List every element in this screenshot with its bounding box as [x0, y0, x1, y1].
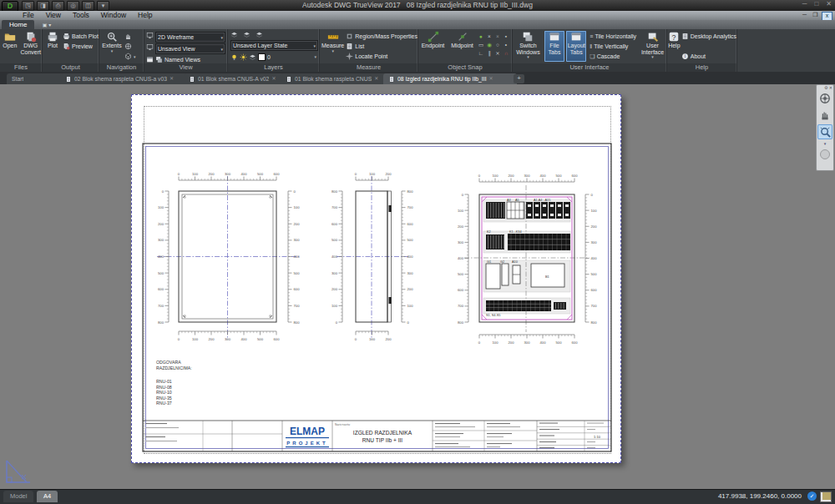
svg-text:0: 0 [478, 174, 481, 178]
view-state-dropdown[interactable]: Unsaved View▾ [155, 43, 225, 54]
list-button[interactable]: List [346, 42, 418, 51]
steering-wheel-button[interactable] [124, 42, 136, 51]
file-tab[interactable]: 01 Blok shema CNUS-A v02✕ [184, 73, 288, 84]
svg-text:0: 0 [478, 340, 481, 345]
tab-close-icon[interactable]: ✕ [170, 73, 174, 84]
svg-text:RAZDJELNICIMA:: RAZDJELNICIMA: [156, 365, 192, 370]
layer-tool-icon-3[interactable] [256, 31, 263, 38]
zoom-extents-nav-button[interactable] [817, 124, 832, 139]
user-interface-button[interactable]: User Interface▾ [640, 31, 665, 58]
current-layer-name[interactable]: 0 [267, 54, 271, 60]
svg-text:300: 300 [524, 340, 531, 345]
layer-dropdown-caret-icon[interactable]: ▾ [314, 54, 316, 59]
about-button[interactable]: About [681, 52, 736, 61]
preview-button[interactable]: Preview [63, 42, 99, 51]
svg-text:100: 100 [331, 304, 338, 308]
layer-state-dropdown[interactable]: Unsaved Layer State▾ [230, 40, 318, 51]
tile-vertically-button[interactable]: ‖Tile Vertically [590, 42, 636, 51]
doc-minimize-button[interactable]: ─ [800, 12, 809, 19]
desktop-analytics-button[interactable]: Desktop Analytics [681, 32, 736, 41]
osnap-apparent-intersection-icon[interactable]: × [493, 33, 502, 41]
steering-wheel-nav-button[interactable] [817, 91, 832, 106]
document-icon [286, 75, 292, 83]
menu-file[interactable]: File [17, 11, 40, 20]
osnap-node-icon[interactable]: • [502, 41, 510, 49]
file-tab[interactable]: Start [7, 73, 67, 84]
tab-close-icon[interactable]: ✕ [489, 73, 493, 84]
plot-button[interactable]: Plot [43, 31, 62, 49]
new-tab-button[interactable]: + [514, 74, 524, 83]
help-button[interactable]: Help [668, 31, 681, 49]
svg-text:100: 100 [369, 172, 376, 176]
osnap-snap-icon[interactable]: ∩ [502, 49, 510, 58]
zoom-extents-button[interactable]: Extents▾ [100, 31, 124, 53]
layer-freeze-icon[interactable] [240, 53, 247, 61]
layout-tabs-toggle-button[interactable]: Layout Tabs [566, 31, 586, 62]
endpoint-snap-button[interactable]: Endpoint [419, 31, 447, 49]
svg-text:100: 100 [591, 209, 598, 213]
tab-home[interactable]: Home [2, 20, 34, 29]
layer-tool-icon-1[interactable] [230, 31, 238, 38]
document-icon [189, 75, 195, 83]
open-button[interactable]: Open [1, 31, 19, 49]
layer-color-swatch[interactable] [258, 53, 266, 61]
osnap-insertion-icon[interactable]: ▪ [502, 33, 510, 41]
orbit-nav-button[interactable] [820, 149, 830, 159]
tab-close-icon[interactable]: ✕ [271, 73, 276, 84]
osnap-parallel-icon[interactable]: ∥ [485, 49, 493, 58]
orbit-button[interactable]: ▾ [124, 52, 136, 61]
close-button[interactable]: ✕ [826, 0, 832, 8]
osnap-quadrant-icon[interactable]: ◉ [485, 41, 493, 49]
ribbon-options-icon[interactable]: ▣ ▾ [40, 22, 53, 28]
measure-button[interactable]: Measure▾ [321, 31, 345, 53]
file-tab-active[interactable]: 08 Izgled razdjelnika RNU tip IIb_III✕ [383, 73, 517, 84]
svg-text:A10: A10 [512, 260, 518, 264]
minimize-button[interactable]: ─ [802, 0, 807, 8]
zoom-dropdown-caret-icon[interactable]: ▾ [824, 141, 827, 146]
svg-text:300: 300 [331, 271, 338, 275]
model-tab[interactable]: Model [3, 491, 33, 502]
osnap-tangent-icon[interactable]: ○ [493, 41, 502, 49]
locate-point-button[interactable]: Locate Point [346, 52, 418, 61]
svg-text:600: 600 [274, 172, 281, 176]
menu-help[interactable]: Help [132, 11, 158, 20]
annotation-monitor-icon[interactable]: ✓ [807, 491, 817, 501]
svg-text:800: 800 [158, 320, 164, 325]
doc-restore-button[interactable]: ❐ [811, 12, 820, 19]
menu-window[interactable]: Window [95, 11, 132, 20]
osnap-extension-icon[interactable]: ▭ [477, 41, 485, 49]
panel-label-user-interface: User Interface [513, 63, 666, 72]
tile-horizontally-button[interactable]: ≡Tile Horizontally [590, 32, 636, 41]
drawing-viewport[interactable]: 0100200300400500600010020030040050060001… [0, 84, 835, 489]
svg-text:500: 500 [407, 238, 414, 242]
file-tab[interactable]: 01 Blok shema raspleta CNUS✕ [281, 73, 391, 84]
batch-plot-button[interactable]: Batch Plot [63, 32, 99, 41]
pan-nav-button[interactable] [817, 108, 832, 123]
osnap-nearest-icon[interactable]: ⨯ [493, 49, 502, 58]
cascade-button[interactable]: ❏Cascade [590, 52, 636, 61]
osnap-center-icon[interactable]: ● [477, 33, 485, 41]
midpoint-snap-button[interactable]: Midpoint [448, 31, 476, 49]
paper-space-icon[interactable] [820, 491, 832, 502]
layout-a4-tab[interactable]: A4 [37, 491, 58, 502]
menu-view[interactable]: View [40, 11, 67, 20]
osnap-intersection-icon[interactable]: × [485, 33, 493, 41]
menu-tools[interactable]: Tools [67, 11, 95, 20]
file-tabs-toggle-button[interactable]: File Tabs [544, 31, 564, 62]
region-mass-properties-button[interactable]: Region/Mass Properties [346, 32, 418, 41]
pan-button[interactable] [124, 32, 136, 41]
svg-text:ELMAP: ELMAP [290, 426, 325, 437]
file-tab[interactable]: 02 Blok shema raspleta CNUS-a v03✕ [60, 73, 191, 84]
ruler: 0100200300400500600 [178, 331, 280, 341]
dwg-convert-button[interactable]: DWG Convert [21, 31, 42, 55]
layer-tool-icon-2[interactable] [243, 31, 250, 38]
layer-on-icon[interactable] [230, 53, 238, 61]
svg-text:500: 500 [556, 174, 563, 178]
navbar-close-icon[interactable]: ⚙ ✕ [824, 85, 832, 90]
maximize-button[interactable]: □ [814, 0, 818, 8]
layer-lock-icon[interactable] [249, 53, 256, 61]
tab-close-icon[interactable]: ✕ [374, 73, 378, 84]
switch-windows-button[interactable]: Switch Windows▾ [514, 31, 543, 58]
osnap-perpendicular-icon[interactable]: ∟ [477, 49, 485, 58]
visual-style-dropdown[interactable]: 2D Wireframe▾ [155, 32, 225, 43]
